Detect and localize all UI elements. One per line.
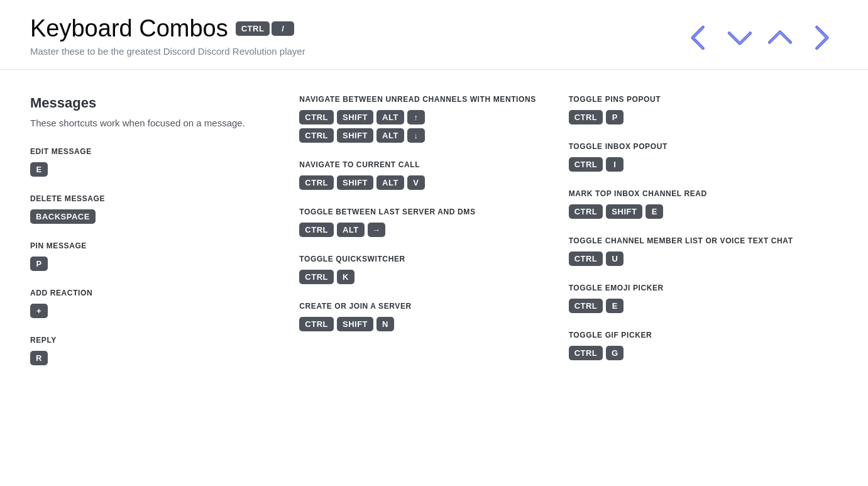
col-toggles: TOGGLE PINS POPOUT CTRL P TOGGLE INBOX P… xyxy=(569,95,838,383)
keys-row: CTRL K xyxy=(299,270,548,284)
page-title: Keyboard Combos xyxy=(30,15,228,42)
left-arrow-icon xyxy=(682,20,717,55)
keys-row: R xyxy=(30,351,279,365)
key-e: E xyxy=(606,299,624,313)
key-alt: ALT xyxy=(337,223,365,237)
shortcut-label: TOGGLE BETWEEN LAST SERVER AND DMS xyxy=(299,207,548,216)
shortcut-quickswitcher: TOGGLE QUICKSWITCHER CTRL K xyxy=(299,255,548,284)
key-ctrl: CTRL xyxy=(299,223,334,237)
key-ctrl: CTRL xyxy=(299,110,334,124)
keys-row: BACKSPACE xyxy=(30,209,279,224)
keys-row: CTRL G xyxy=(569,346,818,360)
shortcut-label: CREATE OR JOIN A SERVER xyxy=(299,302,548,311)
shortcut-label: PIN MESSAGE xyxy=(30,241,279,250)
keys-row: CTRL I xyxy=(569,157,818,172)
up-arrow-icon xyxy=(762,20,798,55)
key-down: ↓ xyxy=(407,128,425,143)
right-arrow-icon xyxy=(803,20,838,55)
page-subtitle: Master these to be the greatest Discord … xyxy=(30,46,305,57)
col-messages: Messages These shortcuts work when focus… xyxy=(30,95,299,383)
key-ctrl: CTRL xyxy=(569,157,603,172)
key-u: U xyxy=(606,251,624,266)
keys-row: CTRL E xyxy=(569,299,818,313)
title-shortcut-badge: CTRL / xyxy=(236,21,295,36)
key-shift: SHIFT xyxy=(337,110,373,124)
title-row: Keyboard Combos CTRL / xyxy=(30,15,305,42)
key-ctrl: CTRL xyxy=(299,317,334,331)
key-p: P xyxy=(606,110,624,124)
shortcut-label: TOGGLE GIF PICKER xyxy=(569,331,818,340)
shortcut-label: ADD REACTION xyxy=(30,289,279,297)
shortcut-edit-message: EDIT MESSAGE E xyxy=(30,147,279,177)
key-ctrl: CTRL xyxy=(569,251,603,266)
keys-row: E xyxy=(30,162,279,177)
keys-row-down: CTRL SHIFT ALT ↓ xyxy=(299,128,548,143)
shortcut-toggle-gif: TOGGLE GIF PICKER CTRL G xyxy=(569,331,818,360)
section-title-messages: Messages xyxy=(30,95,279,111)
key-ctrl: CTRL xyxy=(299,128,334,143)
key-r: R xyxy=(30,351,48,365)
shortcut-label: TOGGLE CHANNEL MEMBER LIST OR VOICE TEXT… xyxy=(569,236,818,245)
shortcut-reply: REPLY R xyxy=(30,336,279,365)
shortcut-navigate-unread: NAVIGATE BETWEEN UNREAD CHANNELS WITH ME… xyxy=(299,95,548,143)
keys-row: + xyxy=(30,304,279,318)
key-ctrl: CTRL xyxy=(299,175,334,190)
shortcut-label: TOGGLE QUICKSWITCHER xyxy=(299,255,548,263)
keys-row: CTRL SHIFT N xyxy=(299,317,548,331)
shortcut-toggle-emoji: TOGGLE EMOJI PICKER CTRL E xyxy=(569,284,818,313)
key-ctrl: CTRL xyxy=(569,204,603,219)
shortcut-label: MARK TOP INBOX CHANNEL READ xyxy=(569,189,818,198)
key-alt: ALT xyxy=(376,128,404,143)
content: Messages These shortcuts work when focus… xyxy=(0,70,868,408)
key-p: P xyxy=(30,257,48,271)
key-up: ↑ xyxy=(407,110,425,124)
shortcut-toggle-member-list: TOGGLE CHANNEL MEMBER LIST OR VOICE TEXT… xyxy=(569,236,818,266)
shortcut-add-reaction: ADD REACTION + xyxy=(30,289,279,318)
keys-row: CTRL P xyxy=(569,110,818,124)
key-shift: SHIFT xyxy=(606,204,642,219)
title-key-ctrl: CTRL xyxy=(236,21,270,36)
shortcut-navigate-call: NAVIGATE TO CURRENT CALL CTRL SHIFT ALT … xyxy=(299,160,548,190)
shortcut-label: TOGGLE INBOX POPOUT xyxy=(569,142,818,151)
key-ctrl: CTRL xyxy=(299,270,334,284)
keys-row: P xyxy=(30,257,279,271)
down-arrow-icon xyxy=(722,20,757,55)
key-shift: SHIFT xyxy=(337,175,373,190)
keys-row: CTRL ALT → xyxy=(299,223,548,237)
arrow-icons xyxy=(682,15,838,55)
shortcut-toggle-pins: TOGGLE PINS POPOUT CTRL P xyxy=(569,95,818,124)
shortcut-label: EDIT MESSAGE xyxy=(30,147,279,156)
shortcut-toggle-inbox: TOGGLE INBOX POPOUT CTRL I xyxy=(569,142,818,172)
key-ctrl: CTRL xyxy=(569,346,603,360)
key-alt: ALT xyxy=(376,110,404,124)
shortcut-toggle-server-dms: TOGGLE BETWEEN LAST SERVER AND DMS CTRL … xyxy=(299,207,548,237)
key-e: E xyxy=(30,162,48,177)
header-left: Keyboard Combos CTRL / Master these to b… xyxy=(30,15,305,57)
shortcut-pin-message: PIN MESSAGE P xyxy=(30,241,279,271)
keys-row: CTRL SHIFT ALT V xyxy=(299,175,548,190)
key-i: I xyxy=(606,157,624,172)
shortcut-label: TOGGLE PINS POPOUT xyxy=(569,95,818,104)
col-navigation: NAVIGATE BETWEEN UNREAD CHANNELS WITH ME… xyxy=(299,95,568,383)
key-g: G xyxy=(606,346,624,360)
shortcut-label: TOGGLE EMOJI PICKER xyxy=(569,284,818,292)
shortcut-create-server: CREATE OR JOIN A SERVER CTRL SHIFT N xyxy=(299,302,548,331)
header: Keyboard Combos CTRL / Master these to b… xyxy=(0,0,868,70)
key-v: V xyxy=(407,175,425,190)
key-alt: ALT xyxy=(376,175,404,190)
key-ctrl: CTRL xyxy=(569,110,603,124)
section-desc-messages: These shortcuts work when focused on a m… xyxy=(30,116,279,130)
key-k: K xyxy=(337,270,354,284)
key-plus: + xyxy=(30,304,48,318)
title-key-slash: / xyxy=(272,21,294,36)
key-shift: SHIFT xyxy=(337,128,373,143)
shortcut-mark-inbox-read: MARK TOP INBOX CHANNEL READ CTRL SHIFT E xyxy=(569,189,818,219)
shortcut-label: NAVIGATE TO CURRENT CALL xyxy=(299,160,548,169)
key-e: E xyxy=(646,204,663,219)
shortcut-delete-message: DELETE MESSAGE BACKSPACE xyxy=(30,194,279,224)
key-backspace: BACKSPACE xyxy=(30,209,96,224)
key-ctrl: CTRL xyxy=(569,299,603,313)
keys-row-up: CTRL SHIFT ALT ↑ xyxy=(299,110,548,124)
key-right: → xyxy=(368,223,385,237)
key-n: N xyxy=(376,317,394,331)
